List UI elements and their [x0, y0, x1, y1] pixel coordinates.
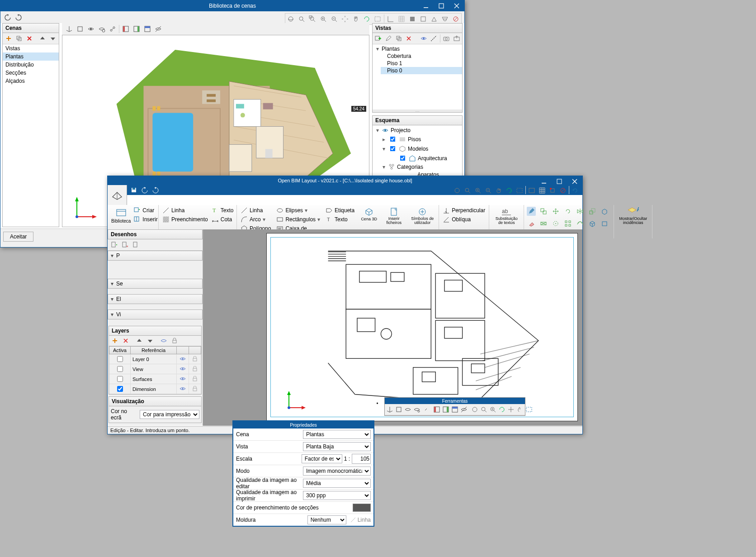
cenas-item[interactable]: Alçados	[3, 77, 59, 85]
window1-title-bar[interactable]: Biblioteca de cenas	[0, 0, 464, 11]
nav-sel-icon[interactable]	[515, 186, 524, 195]
ft-rotate-icon[interactable]	[498, 405, 506, 414]
eye-icon[interactable]	[180, 356, 186, 362]
delete-layer-button[interactable]	[121, 336, 130, 345]
inserir-button[interactable]: Inserir	[132, 215, 158, 224]
eye-icon[interactable]	[86, 24, 95, 33]
etiqueta-button[interactable]: Etiqueta	[325, 206, 355, 215]
prop-cena-select[interactable]: Plantas	[303, 430, 371, 439]
ft-hand-icon[interactable]	[516, 405, 524, 414]
obliqua-button[interactable]: Oblíqua	[442, 215, 486, 224]
lock-icon[interactable]	[192, 376, 198, 381]
acc-p[interactable]: ▾P	[108, 251, 203, 261]
nav-snap-icon[interactable]	[548, 186, 557, 195]
edit-tool-eraser[interactable]	[527, 219, 536, 228]
edit-tool-scale[interactable]	[588, 207, 597, 216]
edit-tool-move[interactable]	[551, 207, 560, 216]
paper-workspace[interactable]	[203, 229, 582, 426]
edit-tool-copy[interactable]	[539, 207, 548, 216]
eye-icon[interactable]	[180, 366, 186, 371]
propriedades-dialog[interactable]: Propriedades Cena Plantas Vista Planta B…	[232, 420, 374, 527]
layer-row[interactable]: Surfaces	[109, 374, 201, 384]
criar-button[interactable]: Criar	[132, 206, 158, 215]
biblioteca-button[interactable]: Biblioteca	[110, 206, 132, 224]
box-icon[interactable]	[76, 24, 85, 33]
layers-table[interactable]: Activa Referência Layer 0ViewSurfacesDim…	[109, 346, 201, 394]
ft-orbit-icon[interactable]	[471, 405, 478, 414]
linha-style-button[interactable]: Linha	[161, 206, 209, 215]
prop-vista-select[interactable]: Planta Baja	[303, 442, 371, 451]
layer-lock-button[interactable]	[170, 336, 179, 345]
rectangulos-button[interactable]: Rectângulos▾	[275, 215, 321, 224]
ft-p3-icon[interactable]	[451, 405, 458, 414]
arco-button[interactable]: Arco▾	[240, 215, 272, 224]
zoom-extents-icon[interactable]	[297, 14, 306, 24]
zoom-in-icon[interactable]	[319, 14, 328, 24]
vistas-tree[interactable]: ▾Plantas CoberturaPiso 1Piso 0	[373, 44, 462, 109]
ft-zoomw-icon[interactable]	[480, 405, 487, 414]
layer-active-checkbox[interactable]	[117, 386, 123, 392]
layer-active-checkbox[interactable]	[117, 376, 123, 382]
accept-button[interactable]: Aceitar	[3, 232, 33, 242]
lock-icon[interactable]	[192, 356, 198, 362]
prop-moldura-select[interactable]: Nenhum	[307, 515, 346, 524]
delete-sheet-button[interactable]	[120, 240, 129, 249]
ft-link-icon[interactable]	[422, 405, 430, 414]
eye-view-button[interactable]	[419, 34, 428, 43]
prop-qi-select[interactable]: 300 ppp	[303, 491, 371, 500]
ft-zoomi-icon[interactable]	[489, 405, 496, 414]
edit-tool-box[interactable]	[600, 207, 609, 216]
layer-active-checkbox[interactable]	[117, 356, 123, 362]
prop-qe-select[interactable]: Média	[303, 479, 371, 488]
modelos-checkbox[interactable]	[390, 146, 396, 152]
cena3d-button[interactable]: Cena 3D	[359, 206, 379, 233]
panel2-icon[interactable]	[132, 24, 141, 33]
nav-rect-icon[interactable]	[527, 186, 536, 195]
camera-icon[interactable]	[442, 34, 451, 43]
layer-active-checkbox[interactable]	[117, 366, 123, 372]
ft-xyz-icon[interactable]	[386, 405, 393, 414]
vista-item[interactable]: Piso 1	[381, 60, 462, 67]
xyz-icon[interactable]	[65, 24, 74, 33]
eye-icon[interactable]	[180, 376, 186, 381]
perspective-icon[interactable]	[440, 14, 449, 24]
orbit-icon[interactable]	[286, 14, 295, 24]
nav-icon-4[interactable]	[484, 186, 493, 195]
nav-icon-3[interactable]	[473, 186, 482, 195]
save-button[interactable]	[130, 186, 138, 194]
prop-cor-swatch[interactable]	[353, 504, 371, 512]
arquitectura-checkbox[interactable]	[400, 156, 406, 161]
add-scene-button[interactable]	[4, 34, 13, 43]
view-mode-icon[interactable]	[430, 14, 439, 24]
eye-settings-icon[interactable]	[97, 24, 106, 33]
edit-tool-rotate[interactable]	[563, 207, 572, 216]
delete-scene-button[interactable]	[25, 34, 33, 43]
prop-escala-input[interactable]	[352, 454, 371, 464]
maximize-button[interactable]	[552, 176, 567, 187]
add-layer-button[interactable]	[110, 336, 119, 345]
close-button[interactable]	[567, 176, 582, 187]
nav-icon-1[interactable]	[453, 186, 462, 195]
layer-down-button[interactable]	[146, 336, 155, 345]
nav-rotate-icon[interactable]	[505, 186, 514, 195]
vista-item[interactable]: Piso 0	[381, 67, 462, 74]
edit-tool-align[interactable]	[551, 219, 560, 228]
move-down-button[interactable]	[49, 34, 57, 43]
move-up-button[interactable]	[38, 34, 47, 43]
eye-hide-icon[interactable]	[154, 24, 163, 33]
window2-title-bar[interactable]: Open BIM Layout - v2021.c - [C:\...\Isol…	[108, 176, 582, 185]
grid-icon[interactable]	[397, 14, 406, 24]
close-button[interactable]	[449, 0, 464, 11]
display-color-select[interactable]: Cor para impressão	[140, 410, 199, 419]
select-window-icon[interactable]	[373, 14, 382, 24]
redo-button[interactable]	[14, 13, 23, 22]
shaded-icon[interactable]	[408, 14, 417, 24]
axes-icon[interactable]	[386, 14, 395, 24]
vista-item[interactable]: Cobertura	[381, 52, 462, 60]
acc-el[interactable]: ▾El	[108, 294, 203, 304]
prop-escala-type-select[interactable]: Factor de escala	[302, 454, 342, 463]
edit-tool-pencil[interactable]	[527, 207, 536, 216]
rotate-view-icon[interactable]	[362, 14, 371, 24]
undo-button[interactable]	[141, 186, 149, 194]
sub-textos-button[interactable]: ab Substituição de textos	[492, 206, 521, 226]
